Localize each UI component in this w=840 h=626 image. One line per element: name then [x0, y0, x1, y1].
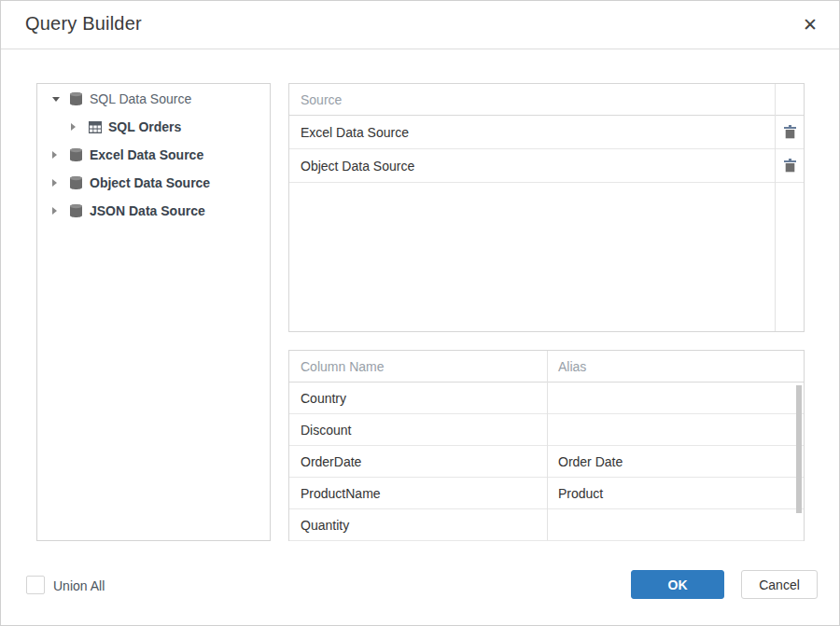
- query-builder-dialog: Query Builder ✕ SQL Data Source SQL Orde…: [0, 0, 840, 626]
- chevron-right-icon[interactable]: [52, 151, 63, 159]
- tree-item-json-data-source[interactable]: JSON Data Source: [37, 197, 270, 225]
- chevron-right-icon[interactable]: [52, 207, 63, 215]
- tree-item-label: Object Data Source: [90, 175, 210, 190]
- datasource-tree: SQL Data Source SQL Orders Excel Data So…: [36, 83, 271, 541]
- chevron-right-icon[interactable]: [71, 123, 82, 131]
- source-name-cell[interactable]: Excel Data Source: [289, 125, 776, 140]
- alias-cell[interactable]: Product: [547, 486, 805, 501]
- source-name-cell[interactable]: Object Data Source: [289, 159, 776, 174]
- vertical-scrollbar[interactable]: [796, 385, 802, 513]
- source-row-object[interactable]: Object Data Source: [289, 149, 804, 183]
- alias-column-divider: [547, 351, 548, 540]
- trash-icon: [784, 159, 796, 173]
- sources-grid: Source Excel Data Source Object Data Sou…: [288, 83, 805, 332]
- database-icon: [69, 176, 83, 189]
- database-icon: [69, 148, 83, 161]
- dialog-header: Query Builder ✕: [1, 1, 839, 49]
- database-icon: [69, 92, 83, 105]
- delete-source-button[interactable]: [776, 149, 804, 182]
- tree-item-sql-data-source[interactable]: SQL Data Source: [37, 85, 270, 113]
- close-icon[interactable]: ✕: [797, 12, 823, 38]
- columns-grid: Column Name Alias Country Discount Order…: [288, 350, 805, 541]
- union-all-checkbox[interactable]: [26, 576, 45, 594]
- source-column-header: Source: [289, 92, 776, 107]
- table-icon: [88, 121, 102, 133]
- column-name-cell[interactable]: Discount: [289, 423, 547, 438]
- dialog-title: Query Builder: [25, 13, 142, 35]
- source-row-excel[interactable]: Excel Data Source: [289, 116, 804, 149]
- tree-item-label: JSON Data Source: [90, 203, 205, 218]
- ok-button[interactable]: OK: [631, 570, 724, 599]
- alias-header: Alias: [547, 359, 805, 374]
- tree-item-label: SQL Data Source: [90, 91, 191, 106]
- column-name-cell[interactable]: ProductName: [289, 486, 547, 501]
- chevron-down-icon[interactable]: [52, 97, 63, 102]
- column-name-header: Column Name: [289, 359, 547, 374]
- chevron-right-icon[interactable]: [52, 179, 63, 187]
- delete-source-button[interactable]: [776, 116, 804, 148]
- tree-item-label: Excel Data Source: [90, 147, 203, 162]
- database-icon: [69, 204, 83, 217]
- sources-grid-header: Source: [289, 84, 804, 116]
- tree-item-excel-data-source[interactable]: Excel Data Source: [37, 141, 270, 169]
- alias-cell[interactable]: Order Date: [547, 454, 805, 469]
- action-column-divider: [775, 84, 776, 331]
- trash-icon: [784, 125, 796, 139]
- tree-item-label: SQL Orders: [108, 119, 181, 134]
- union-all-label: Union All: [53, 578, 105, 593]
- column-name-cell[interactable]: Quantity: [289, 518, 547, 533]
- tree-item-sql-orders[interactable]: SQL Orders: [37, 113, 270, 141]
- column-name-cell[interactable]: OrderDate: [289, 454, 547, 469]
- tree-item-object-data-source[interactable]: Object Data Source: [37, 169, 270, 197]
- cancel-button[interactable]: Cancel: [741, 570, 818, 599]
- column-name-cell[interactable]: Country: [289, 391, 547, 406]
